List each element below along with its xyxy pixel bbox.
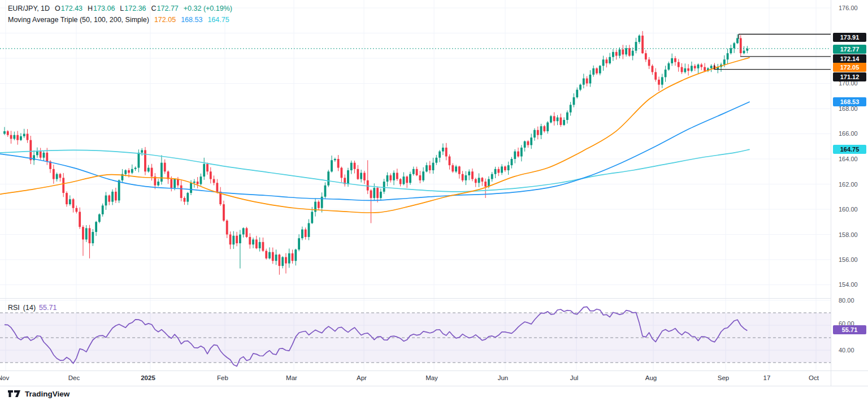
ma-title[interactable]: Moving Average Triple (50, 100, 200, Sim… — [8, 16, 149, 24]
candle-body — [462, 174, 464, 180]
candle-body — [278, 255, 280, 266]
candle-body — [367, 180, 369, 191]
candle-body — [592, 68, 594, 75]
candle-body — [206, 164, 209, 171]
candle-body — [658, 80, 660, 85]
candle-body — [468, 171, 470, 175]
candle-body — [481, 178, 483, 182]
price-axis-tick: 176.00 — [839, 5, 858, 11]
candle-body — [442, 148, 444, 152]
candle-body — [419, 175, 421, 180]
time-axis-tick: May — [426, 374, 438, 381]
candle-body — [186, 193, 189, 202]
candle-body — [190, 183, 192, 193]
candle-body — [275, 255, 277, 261]
candle-body — [622, 49, 624, 54]
candle-body — [678, 62, 680, 67]
candle-body — [105, 196, 107, 206]
rsi-title[interactable]: RSI — [8, 304, 20, 312]
rsi-value: 55.71 — [39, 304, 57, 312]
candle-body — [252, 239, 254, 244]
candle-body — [652, 66, 654, 72]
candle-body — [40, 152, 42, 158]
candle-body — [478, 178, 480, 183]
candle-body — [53, 169, 55, 179]
chart-canvas[interactable] — [0, 0, 868, 405]
rsi-legend[interactable]: RSI (14) 55.71 — [8, 304, 57, 312]
price-axis-badge: 168.53 — [833, 97, 866, 106]
time-axis-tick: Oct — [809, 374, 819, 381]
candle-body — [95, 222, 97, 232]
candle-body — [723, 59, 726, 64]
candle-body — [413, 169, 415, 174]
price-axis-tick: 162.00 — [839, 181, 858, 188]
candle-body — [7, 131, 9, 135]
candle-body — [654, 72, 657, 79]
candle-body — [13, 135, 15, 139]
candle-body — [402, 176, 405, 184]
price-axis-tick: 154.00 — [839, 281, 858, 288]
candle-body — [249, 237, 251, 244]
candle-body — [511, 159, 513, 165]
price-axis-badge: 173.91 — [833, 33, 866, 42]
candle-body — [137, 153, 140, 168]
candle-body — [79, 212, 81, 227]
candle-body — [570, 105, 572, 112]
candle-body — [184, 198, 186, 202]
candle-body — [255, 239, 258, 248]
candle-body — [102, 205, 104, 214]
tradingview-glyph-icon — [8, 389, 21, 399]
candle-body — [484, 182, 487, 187]
candle-body — [743, 51, 745, 53]
candle-body — [354, 163, 356, 169]
candle-body — [406, 176, 408, 183]
time-axis-tick: Feb — [217, 374, 228, 381]
candle-body — [173, 179, 176, 188]
candle-body — [540, 126, 542, 135]
ma-legend[interactable]: Moving Average Triple (50, 100, 200, Sim… — [8, 16, 229, 24]
candle-body — [393, 173, 395, 180]
candle-body — [360, 173, 362, 179]
tradingview-logo[interactable]: TradingView — [8, 389, 70, 399]
candle-body — [599, 66, 601, 73]
candle-body — [426, 165, 428, 171]
candle-body — [387, 175, 389, 182]
ohlc-open: O172.43 — [55, 5, 83, 12]
candle-body — [416, 169, 418, 175]
candle-body — [537, 130, 539, 135]
candle-body — [164, 163, 166, 172]
candle-body — [409, 174, 411, 183]
price-axis-tick: 166.00 — [839, 130, 858, 137]
candle-body — [111, 192, 114, 202]
candle-body — [292, 253, 294, 261]
candle-body — [160, 163, 163, 182]
candle-body — [563, 120, 565, 125]
candle-body — [281, 257, 284, 266]
candle-body — [357, 169, 359, 179]
candle-body — [373, 188, 375, 198]
candle-body — [46, 153, 48, 162]
candle-body — [609, 57, 611, 63]
symbol-legend[interactable]: EUR/JPY, 1D O172.43 H173.06 L172.36 C172… — [8, 5, 232, 12]
candle-body — [589, 75, 592, 84]
symbol-title[interactable]: EUR/JPY, 1D — [8, 5, 50, 12]
candle-body — [331, 160, 333, 171]
candle-body — [422, 171, 424, 180]
candle-body — [507, 165, 510, 170]
ohlc-close: C172.77 — [151, 5, 179, 12]
candle-body — [242, 228, 245, 234]
candle-body — [389, 175, 392, 180]
candle-body — [298, 238, 300, 249]
time-axis-tick: 17 — [763, 374, 771, 381]
candle-body — [23, 134, 25, 136]
candle-body — [75, 208, 77, 212]
candle-body — [475, 179, 477, 183]
time-axis-tick: 2025 — [141, 374, 155, 381]
candle-body — [667, 63, 670, 70]
pane-divider-main-rsi[interactable] — [0, 298, 831, 299]
candle-body — [661, 77, 663, 84]
candle-body — [259, 242, 261, 248]
candle-body — [141, 150, 143, 152]
candle-body — [681, 67, 683, 72]
candle-body — [586, 79, 588, 84]
